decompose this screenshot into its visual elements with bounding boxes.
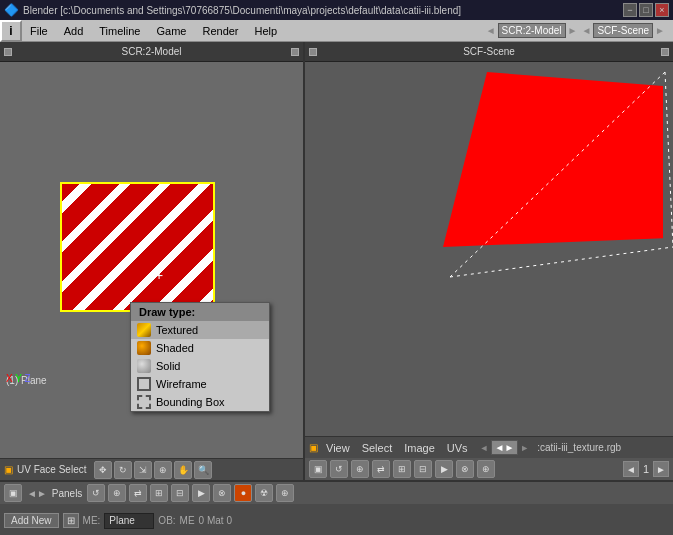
bottom-icon-10[interactable]: ☢: [255, 484, 273, 502]
uv-tb-icon-6[interactable]: ⊟: [414, 460, 432, 478]
uv-tb-icon-3[interactable]: ⊕: [351, 460, 369, 478]
left-viewport-header: SCR:2-Model: [0, 42, 303, 62]
right-viewport-area: [305, 62, 673, 436]
bottom-icon-6[interactable]: ⊟: [171, 484, 189, 502]
maximize-button[interactable]: □: [639, 3, 653, 17]
scale-icon[interactable]: ⇲: [134, 461, 152, 479]
uv-line-1: [450, 72, 665, 277]
bottom-icon-1[interactable]: ▣: [4, 484, 22, 502]
right-panel-title: SCF-Scene: [463, 46, 515, 57]
textured-label: Textured: [156, 324, 198, 336]
bottom-icon-2[interactable]: ↺: [87, 484, 105, 502]
screen-arrows-left[interactable]: ◄: [486, 25, 496, 36]
select-menu[interactable]: Select: [358, 440, 397, 456]
uv-tb-icon-1[interactable]: ▣: [309, 460, 327, 478]
uvs-menu[interactable]: UVs: [443, 440, 472, 456]
uv-tb-icon-7[interactable]: ▶: [435, 460, 453, 478]
corner-widget-tr[interactable]: [291, 48, 299, 56]
me-val-label: ME: [180, 515, 195, 526]
rotate-icon[interactable]: ↻: [114, 461, 132, 479]
zoom-icon[interactable]: 🔍: [194, 461, 212, 479]
solid-icon: [137, 359, 151, 373]
screen-arrows-right[interactable]: ►: [568, 25, 578, 36]
shaded-label: Shaded: [156, 342, 194, 354]
uv-line-2: [450, 247, 673, 277]
panels-label: Panels: [52, 488, 83, 499]
scene-selector: ◄ SCF-Scene ►: [582, 23, 666, 38]
uv-tb-icon-2[interactable]: ↺: [330, 460, 348, 478]
uv-face-label: UV Face Select: [17, 464, 86, 475]
uv-screen-selector: ◄ ◄► ►: [480, 440, 530, 455]
menu-help[interactable]: Help: [247, 20, 286, 42]
draw-type-wireframe[interactable]: Wireframe: [131, 375, 269, 393]
close-button[interactable]: ×: [655, 3, 669, 17]
y-axis: Y: [15, 373, 22, 384]
bottom-icon-3[interactable]: ⊕: [108, 484, 126, 502]
menu-game[interactable]: Game: [148, 20, 194, 42]
corner-widget-tl[interactable]: [4, 48, 12, 56]
move-icon[interactable]: ✥: [94, 461, 112, 479]
uv-tb-icon-4[interactable]: ⇄: [372, 460, 390, 478]
scene-arrows-left[interactable]: ◄: [582, 25, 592, 36]
page-prev-button[interactable]: ◄: [623, 461, 639, 477]
bottom-icon-11[interactable]: ⊕: [276, 484, 294, 502]
draw-type-bounding-box[interactable]: Bounding Box: [131, 393, 269, 411]
uv-face-toolbar: ▣ UV Face Select ✥ ↻ ⇲ ⊕ ✋ 🔍: [0, 458, 303, 480]
menu-timeline[interactable]: Timeline: [91, 20, 148, 42]
draw-type-dropdown: Draw type: Textured Shaded Solid Wirefra…: [130, 302, 270, 412]
right-viewport-header: SCF-Scene: [305, 42, 673, 62]
uv-arrows-left[interactable]: ◄: [480, 443, 489, 453]
3d-cursor: +: [155, 267, 163, 283]
bottom-icon-4[interactable]: ⇄: [129, 484, 147, 502]
corner-widget-rl[interactable]: [309, 48, 317, 56]
bottom-toolbar-row: ▣ ◄► Panels ↺ ⊕ ⇄ ⊞ ⊟ ▶ ⊗ ● ☢ ⊕: [0, 482, 673, 504]
viewports-row: SCR:2-Model + (1) Plane X Y Z: [0, 42, 673, 480]
expand-icon[interactable]: ⊞: [63, 513, 79, 528]
wireframe-icon: [137, 377, 151, 391]
uv-tb-icon-8[interactable]: ⊗: [456, 460, 474, 478]
uv-arrows-right[interactable]: ►: [520, 443, 529, 453]
minimize-button[interactable]: −: [623, 3, 637, 17]
menu-file[interactable]: File: [22, 20, 56, 42]
page-next-button[interactable]: ►: [653, 461, 669, 477]
view-menu[interactable]: View: [322, 440, 354, 456]
uv-tb-icon-9[interactable]: ⊕: [477, 460, 495, 478]
title-bar-left: 🔷 Blender [c:\Documents and Settings\707…: [4, 3, 461, 17]
scene-arrows-right[interactable]: ►: [655, 25, 665, 36]
textured-icon: [137, 323, 151, 337]
bottom-icon-9[interactable]: ●: [234, 484, 252, 502]
texture-stripes: [60, 182, 215, 312]
image-menu[interactable]: Image: [400, 440, 439, 456]
bottom-icon-7[interactable]: ▶: [192, 484, 210, 502]
menu-bar: i File Add Timeline Game Render Help ◄ S…: [0, 20, 673, 42]
mat-label: 0 Mat 0: [199, 515, 232, 526]
shaded-icon: [137, 341, 151, 355]
add-new-button[interactable]: Add New: [4, 513, 59, 528]
x-axis: X: [6, 373, 13, 384]
draw-type-solid[interactable]: Solid: [131, 357, 269, 375]
menu-render[interactable]: Render: [194, 20, 246, 42]
bottom-icon-8[interactable]: ⊗: [213, 484, 231, 502]
texture-mesh-preview: [60, 182, 215, 312]
hand-icon[interactable]: ✋: [174, 461, 192, 479]
screen-select[interactable]: SCR:2-Model: [498, 23, 566, 38]
toolbar-icons-group: ✥ ↻ ⇲ ⊕ ✋ 🔍: [94, 461, 212, 479]
info-button[interactable]: i: [0, 20, 22, 42]
scene-select[interactable]: SCF-Scene: [593, 23, 653, 38]
title-bar: 🔷 Blender [c:\Documents and Settings\707…: [0, 0, 673, 20]
uv-editor-menubar: ▣ View Select Image UVs ◄ ◄► ► :catii-ii…: [305, 436, 673, 458]
left-panel-title: SCR:2-Model: [121, 46, 181, 57]
page-indicator: ◄ 1 ►: [623, 461, 669, 477]
bottom-icon-5[interactable]: ⊞: [150, 484, 168, 502]
grab-icon[interactable]: ⊕: [154, 461, 172, 479]
draw-type-textured[interactable]: Textured: [131, 321, 269, 339]
uv-tb-icon-5[interactable]: ⊞: [393, 460, 411, 478]
screen-selector: ◄ SCR:2-Model ►: [486, 23, 578, 38]
draw-type-shaded[interactable]: Shaded: [131, 339, 269, 357]
me-field[interactable]: [104, 513, 154, 529]
menu-add[interactable]: Add: [56, 20, 92, 42]
left-viewport-area: + (1) Plane X Y Z Draw type: Textured Sh…: [0, 62, 303, 436]
uv-screen-label[interactable]: ◄►: [491, 440, 519, 455]
bbox-icon: [137, 395, 151, 409]
corner-widget-rr[interactable]: [661, 48, 669, 56]
